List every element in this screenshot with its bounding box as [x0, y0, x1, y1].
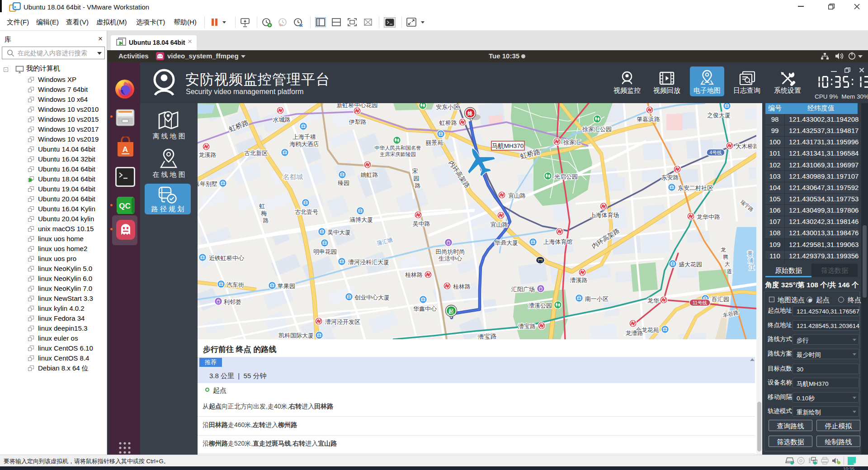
svg-text:路: 路 — [415, 182, 421, 189]
svg-text:百汇园: 百汇园 — [712, 296, 729, 303]
svg-text:江: 江 — [749, 265, 755, 271]
svg-text:光启公园: 光启公园 — [554, 173, 578, 180]
svg-text:明申花园: 明申花园 — [313, 248, 337, 255]
svg-text:马航MH370: 马航MH370 — [492, 142, 524, 149]
svg-text:龙: 龙 — [721, 247, 726, 253]
svg-text:黄: 黄 — [747, 250, 753, 256]
svg-text:漕河泾开发区: 漕河泾开发区 — [325, 318, 360, 325]
svg-text:徐家汇公园: 徐家汇公园 — [582, 126, 612, 133]
svg-text:涵博大厦: 涵博大厦 — [349, 216, 373, 223]
svg-text:虹桥路: 虹桥路 — [439, 119, 457, 126]
svg-text:生活中心: 生活中心 — [439, 255, 462, 262]
svg-text:古北新区: 古北新区 — [244, 150, 268, 157]
svg-text:嘉年别墅: 嘉年别墅 — [198, 180, 217, 187]
svg-text:龙华: 龙华 — [647, 297, 659, 304]
svg-text:东安路: 东安路 — [661, 174, 679, 181]
svg-text:南一小区: 南一小区 — [585, 295, 609, 302]
svg-text:11号线: 11号线 — [693, 300, 707, 305]
svg-text:上海体育馆: 上海体育馆 — [543, 238, 573, 245]
svg-text:海鸥大酒店: 海鸥大酒店 — [290, 141, 319, 147]
svg-text:利邻荟: 利邻荟 — [223, 299, 241, 305]
svg-text:漕宝路: 漕宝路 — [518, 323, 536, 330]
svg-text:起: 起 — [448, 308, 454, 314]
svg-text:徐家汇: 徐家汇 — [563, 139, 581, 146]
svg-text:漕宝路: 漕宝路 — [477, 332, 497, 339]
svg-text:虹: 虹 — [259, 203, 265, 209]
svg-text:大木桥路: 大木桥路 — [736, 143, 756, 150]
svg-text:凯科国际大厦: 凯科国际大厦 — [278, 332, 314, 339]
svg-text:华鼎大厦: 华鼎大厦 — [495, 239, 518, 246]
svg-text:创业中心大厦: 创业中心大厦 — [354, 294, 390, 301]
svg-text:盛大花园: 盛大花园 — [679, 261, 702, 268]
svg-text:东安二村社区: 东安二村社区 — [678, 185, 713, 191]
svg-text:安东小区: 安东小区 — [436, 104, 459, 110]
svg-text:龙华中路: 龙华中路 — [697, 214, 720, 220]
svg-text:终: 终 — [467, 110, 473, 117]
svg-text:近铁虹桥中心: 近铁虹桥中心 — [209, 255, 245, 261]
svg-text:龙溪路: 龙溪路 — [199, 152, 217, 158]
svg-text:中华人民共和国名誉: 中华人民共和国名誉 — [374, 145, 421, 151]
svg-text:龙漕路: 龙漕路 — [626, 330, 643, 337]
svg-text:汇阳广场: 汇阳广场 — [511, 286, 535, 293]
svg-text:名都城: 名都城 — [283, 173, 303, 180]
svg-text:宜山路: 宜山路 — [508, 192, 526, 199]
svg-text:水城路: 水城路 — [273, 116, 291, 123]
svg-text:汽车街: 汽车街 — [226, 281, 244, 288]
svg-text:吴中大厦: 吴中大厦 — [327, 229, 351, 236]
svg-text:A: A — [123, 145, 128, 154]
svg-text:腾: 腾 — [723, 254, 728, 260]
svg-text:田尚坊时尚: 田尚坊时尚 — [436, 248, 465, 255]
svg-text:4号线: 4号线 — [710, 150, 722, 155]
svg-text:路: 路 — [263, 217, 269, 224]
svg-text:上海体育场: 上海体育场 — [590, 212, 619, 218]
svg-text:上海千禧: 上海千禧 — [292, 133, 316, 140]
svg-text:古北壹号: 古北壹号 — [295, 209, 318, 215]
svg-text:漕河泾科汇大厦: 漕河泾科汇大厦 — [348, 259, 389, 266]
svg-text:浦: 浦 — [748, 257, 754, 264]
svg-text:梅: 梅 — [261, 210, 267, 217]
svg-text:主席宋庆龄陵园: 主席宋庆龄陵园 — [380, 152, 416, 157]
svg-text:宋: 宋 — [412, 168, 418, 175]
svg-text:宜山路: 宜山路 — [491, 221, 508, 228]
svg-text:苹果园: 苹果园 — [278, 283, 295, 290]
svg-text:伊犁路: 伊犁路 — [349, 119, 367, 125]
svg-text:之俊大厦: 之俊大厦 — [707, 112, 731, 119]
svg-text:桂林路: 桂林路 — [453, 283, 471, 290]
svg-text:漕溪路: 漕溪路 — [570, 277, 588, 284]
svg-text:道: 道 — [726, 268, 732, 275]
svg-text:吴中路: 吴中路 — [413, 220, 430, 227]
svg-text:华鑫中心: 华鑫中心 — [413, 305, 437, 312]
svg-text:漕溪公园: 漕溪公园 — [528, 302, 552, 309]
svg-text:肇嘉浜路: 肇嘉浜路 — [637, 116, 660, 123]
svg-text:桂林路: 桂林路 — [405, 271, 423, 278]
svg-text:大: 大 — [725, 261, 730, 267]
svg-text:园: 园 — [414, 175, 420, 182]
svg-text:臻园: 臻园 — [338, 180, 349, 186]
svg-text:QC: QC — [119, 202, 131, 210]
svg-text:姚虹路: 姚虹路 — [361, 171, 378, 178]
svg-text:丽景苑: 丽景苑 — [426, 139, 443, 146]
